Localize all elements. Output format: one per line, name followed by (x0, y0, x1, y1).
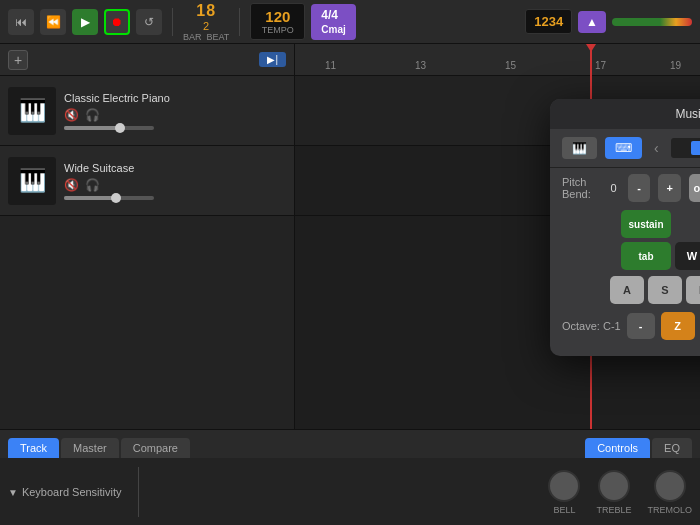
tremolo-knob[interactable] (654, 470, 686, 502)
add-track-button[interactable]: + (8, 50, 28, 70)
tab-master[interactable]: Master (61, 438, 119, 458)
bell-knob[interactable] (548, 470, 580, 502)
track-list: + ▶| 🎹 Classic Electric Piano 🔇 🎧 🎹 (0, 44, 295, 429)
key-s[interactable]: S (648, 276, 682, 304)
keyboard-sensitivity: ▼ Keyboard Sensitivity (8, 486, 122, 498)
track-name: Classic Electric Piano (64, 92, 286, 104)
musical-typing-popup: Musical Typing – Wide Suitcase 🎹 ⌨ ‹ (550, 99, 700, 356)
piano-nav[interactable] (671, 138, 700, 158)
volume-bar[interactable] (612, 18, 692, 26)
mute-icon[interactable]: 🔇 (64, 108, 79, 122)
keyboard-sensitivity-label: Keyboard Sensitivity (22, 486, 122, 498)
key-value: Cmaj (321, 24, 345, 35)
separator (172, 8, 173, 36)
separator (138, 467, 139, 517)
pitch-bend-row: Pitch Bend: 0 - + off 1 2 3 4 5 6 7 max (550, 168, 700, 208)
track-list-header: + ▶| (0, 44, 294, 76)
main-area: + ▶| 🎹 Classic Electric Piano 🔇 🎧 🎹 (0, 44, 700, 429)
chevron-icon: ▼ (8, 487, 18, 498)
track-volume-fill (64, 196, 114, 200)
key-w[interactable]: W (675, 242, 700, 270)
ruler-mark: 11 (325, 60, 336, 71)
pitch-value: 0 (608, 182, 620, 194)
knob-group-treble: TREBLE (596, 470, 631, 515)
rewind-button[interactable]: ⏪ (40, 9, 66, 35)
tremolo-label: TREMOLO (647, 505, 692, 515)
pitch-bend-label: Pitch Bend: (562, 176, 600, 200)
ruler-mark: 13 (415, 60, 426, 71)
key-off[interactable]: off (689, 174, 700, 202)
smart-controls-button[interactable]: ▶| (259, 52, 286, 67)
bar-value: 18 (196, 2, 216, 20)
white-keys-row: A S D F G H J K (550, 272, 700, 308)
octave-minus-button[interactable]: - (627, 313, 655, 339)
timeline-area: 11 13 15 17 19 Musical Typing – Wide Sui… (295, 44, 700, 429)
headphone-icon[interactable]: 🎧 (85, 108, 100, 122)
track-volume-slider[interactable] (64, 126, 154, 130)
key-a[interactable]: A (610, 276, 644, 304)
track-name: Wide Suitcase (64, 162, 286, 174)
treble-knob[interactable] (598, 470, 630, 502)
tab-compare[interactable]: Compare (121, 438, 190, 458)
record-button[interactable]: ⏺ (104, 9, 130, 35)
treble-label: TREBLE (596, 505, 631, 515)
beat-value: 2 (203, 20, 209, 32)
top-bar: ⏮ ⏪ ▶ ⏺ ↺ 18 2 BAR BEAT 120 TEMPO 4/4 Cm… (0, 0, 700, 44)
counter-display: 1234 (525, 9, 572, 34)
octave-row: Octave: C-1 - Z X + C V Velocity: 93 (550, 308, 700, 344)
track-item[interactable]: 🎹 Classic Electric Piano 🔇 🎧 (0, 76, 294, 146)
knob-group-tremolo: TREMOLO (647, 470, 692, 515)
track-volume-fill (64, 126, 118, 130)
top-right-controls: 1234 ▲ (525, 9, 692, 34)
tab-eq[interactable]: EQ (652, 438, 692, 458)
ruler-mark: 15 (505, 60, 516, 71)
tempo-display: 120 TEMPO (250, 3, 305, 40)
track-info: Classic Electric Piano 🔇 🎧 (64, 92, 286, 130)
cycle-button[interactable]: ↺ (136, 9, 162, 35)
keys-row-2: sustain tab W E T Y U (550, 208, 700, 272)
black-keys-row: W E T Y U (675, 242, 700, 270)
tempo-value: 120 (265, 8, 290, 25)
key-d[interactable]: D (686, 276, 700, 304)
bar-beat-label: BAR BEAT (183, 32, 229, 42)
track-volume-slider[interactable] (64, 196, 154, 200)
piano-nav-indicator (691, 141, 700, 155)
track-volume-knob[interactable] (111, 193, 121, 203)
ruler-mark: 17 (595, 60, 606, 71)
bottom-content: ▼ Keyboard Sensitivity BELL TREBLE TREMO… (0, 458, 700, 525)
headphone-icon[interactable]: 🎧 (85, 178, 100, 192)
pitch-plus-button[interactable]: + (658, 174, 681, 202)
keyboard-type-button[interactable]: ⌨ (605, 137, 642, 159)
mute-icon[interactable]: 🔇 (64, 178, 79, 192)
timeline-ruler: 11 13 15 17 19 (295, 44, 700, 76)
time-sig: 4/4 (321, 8, 338, 22)
key-z[interactable]: Z (661, 312, 695, 340)
knob-group-bell: BELL (548, 470, 580, 515)
tempo-label: TEMPO (262, 25, 294, 35)
tuner-button[interactable]: ▲ (578, 11, 606, 33)
track-controls: 🔇 🎧 (64, 108, 286, 122)
tab-button[interactable]: tab (621, 242, 671, 270)
nav-left-arrow[interactable]: ‹ (650, 140, 663, 156)
key-display: 4/4 Cmaj (311, 4, 355, 40)
pitch-minus-button[interactable]: - (628, 174, 651, 202)
popup-keyboard-nav: 🎹 ⌨ ‹ (550, 129, 700, 168)
track-volume-knob[interactable] (115, 123, 125, 133)
track-thumbnail: 🎹 (8, 87, 56, 135)
track-thumbnail: 🎹 (8, 157, 56, 205)
track-info: Wide Suitcase 🔇 🎧 (64, 162, 286, 200)
tab-track[interactable]: Track (8, 438, 59, 458)
track-item[interactable]: 🎹 Wide Suitcase 🔇 🎧 (0, 146, 294, 216)
octave-label: Octave: C-1 (562, 320, 621, 332)
piano-type-button[interactable]: 🎹 (562, 137, 597, 159)
bottom-tabs: Track Master Compare Controls EQ (0, 430, 700, 458)
prev-button[interactable]: ⏮ (8, 9, 34, 35)
playhead-triangle (586, 44, 596, 52)
bar-display: 18 2 BAR BEAT (183, 2, 229, 42)
play-button[interactable]: ▶ (72, 9, 98, 35)
sustain-button[interactable]: sustain (621, 210, 671, 238)
track-controls: 🔇 🎧 (64, 178, 286, 192)
tab-controls[interactable]: Controls (585, 438, 650, 458)
popup-header: Musical Typing – Wide Suitcase (550, 99, 700, 129)
bottom-tabs-right: Controls EQ (585, 438, 692, 458)
